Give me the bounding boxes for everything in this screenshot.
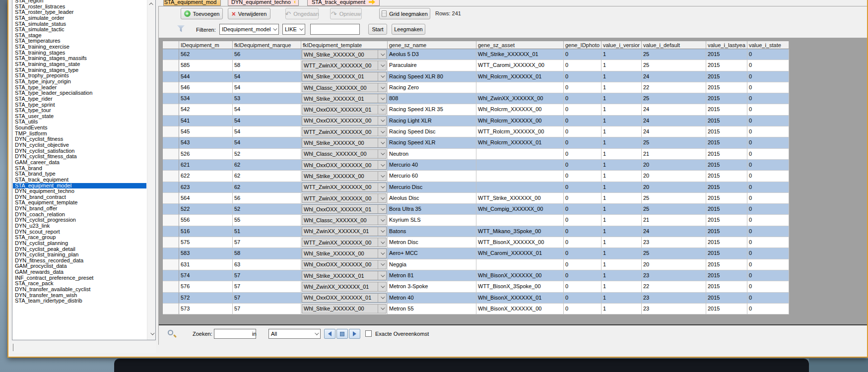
template-combobox[interactable]: Whl_OxxOXX_XXXXXX_00 <box>302 260 387 269</box>
grid-cell[interactable]: 2015 <box>706 116 747 126</box>
row-header[interactable] <box>163 71 179 82</box>
grid-cell[interactable]: 0 <box>564 137 601 148</box>
grid-cell[interactable]: 808 <box>388 93 476 104</box>
sidebar-item[interactable]: GAM_career_data <box>13 160 146 166</box>
grid-row[interactable]: 54454Whl_Strike_XXXXXX_01Racing Speed XL… <box>162 71 789 82</box>
grid-cell[interactable]: 0 <box>747 281 789 292</box>
grid-cell[interactable]: 1 <box>601 182 642 193</box>
chevron-down-icon[interactable] <box>378 194 386 202</box>
grid-cell[interactable]: 1 <box>601 193 642 204</box>
grid-cell[interactable]: 57 <box>233 293 301 304</box>
sidebar-item[interactable]: STA_simulate_order <box>13 15 146 21</box>
template-combo-cell[interactable]: Whl_OxxOXX_XXXXXX_01 <box>301 104 388 115</box>
grid-row[interactable]: 54254Whl_OxxOXX_XXXXXX_01Racing Speed XL… <box>162 104 789 115</box>
row-header[interactable] <box>163 215 179 226</box>
grid-cell[interactable]: 0 <box>747 215 789 226</box>
sidebar-item[interactable]: STA_team_ridertype_distrib <box>13 298 146 304</box>
grid-cell[interactable]: 1 <box>601 293 642 304</box>
grid-cell[interactable]: 22 <box>642 281 706 292</box>
row-header[interactable] <box>163 204 179 215</box>
row-header[interactable] <box>163 137 179 148</box>
grid-cell[interactable]: 57 <box>233 281 301 292</box>
row-header[interactable] <box>163 49 179 60</box>
grid-cell[interactable]: 0 <box>747 182 789 193</box>
grid-column-header[interactable]: value_i_versior <box>601 41 642 49</box>
grid-cell[interactable]: 25 <box>642 60 706 71</box>
grid-cell[interactable]: 0 <box>564 226 601 237</box>
grid-cell[interactable]: 2015 <box>706 304 747 314</box>
grid-cell[interactable]: 1 <box>601 149 642 160</box>
grid-cell[interactable]: 2015 <box>706 60 747 71</box>
grid-cell[interactable]: 0 <box>564 193 601 204</box>
chevron-down-icon[interactable] <box>378 238 386 247</box>
grid-cell[interactable]: Paraculaire <box>388 60 476 71</box>
template-combo-cell[interactable]: Whl_Strike_XXXXXX_00 <box>301 171 388 182</box>
grid-cell[interactable]: 1 <box>601 116 642 126</box>
grid-cell[interactable]: 0 <box>747 270 789 281</box>
grid-cell[interactable]: 25 <box>642 193 706 204</box>
template-combo-cell[interactable]: Whl_Strike_XXXXXX_01 <box>301 93 388 104</box>
grid-cell[interactable]: Whl_BisonX_XXXXXX_00 <box>476 304 564 314</box>
grid-column-header[interactable] <box>163 41 179 49</box>
grid-cell[interactable]: 1 <box>601 204 642 215</box>
template-combo-cell[interactable]: Whl_Classc_XXXXXX_00 <box>301 149 388 160</box>
grid-cell[interactable]: 2015 <box>706 49 747 60</box>
template-combobox[interactable]: Whl_Strike_XXXXXX_00 <box>302 248 387 258</box>
grid-cell[interactable]: 55 <box>233 215 301 226</box>
grid-cell[interactable]: 0 <box>564 93 601 104</box>
sidebar-item[interactable]: DYN_brand_offer <box>13 206 146 212</box>
grid-cell[interactable]: Aeolus 5 D3 <box>388 49 476 60</box>
sidebar-item[interactable]: DYN_u23_link <box>13 223 146 229</box>
chevron-down-icon[interactable] <box>378 216 386 224</box>
grid-cell[interactable]: Racing Zero <box>388 82 476 93</box>
grid-cell[interactable]: Racing Speed Disc <box>388 126 476 137</box>
grid-cell[interactable]: 631 <box>179 259 233 270</box>
grid-cell[interactable]: 0 <box>564 116 601 126</box>
grid-cell[interactable]: Racing Speed XLR 35 <box>388 104 476 115</box>
filter-field-select[interactable]: IDequipment_model <box>219 24 279 35</box>
grid-cell[interactable]: Metron 3-Spoke <box>388 281 476 292</box>
grid-cell[interactable]: Mercurio 40 <box>388 160 476 171</box>
grid-cell[interactable]: 2015 <box>706 204 747 215</box>
template-combobox[interactable]: Whl_ZwinXX_XXXXXX_01 <box>302 227 387 236</box>
grid-cell[interactable]: 0 <box>747 304 789 314</box>
grid-cell[interactable]: 1 <box>601 160 642 171</box>
grid-cell[interactable]: Whl_Strike_XXXXXX_01 <box>476 49 564 60</box>
grid-column-header[interactable]: gene_IDphoto <box>564 41 601 49</box>
grid-cell[interactable]: 622 <box>179 171 233 182</box>
grid-cell[interactable]: Metron 40 <box>388 293 476 304</box>
search-next-button[interactable] <box>349 329 360 339</box>
grid-cell[interactable]: 0 <box>747 126 789 137</box>
template-combobox[interactable]: Whl_Strike_XXXXXX_00 <box>302 138 387 147</box>
chevron-down-icon[interactable] <box>378 127 386 136</box>
grid-cell[interactable]: 57 <box>233 304 301 314</box>
grid-cell[interactable]: 1 <box>601 71 642 82</box>
chevron-down-icon[interactable] <box>378 105 386 114</box>
grid-cell[interactable]: 0 <box>564 104 601 115</box>
grid-cell[interactable]: 54 <box>233 116 301 126</box>
template-combo-cell[interactable]: Whl_Strike_XXXXXX_00 <box>301 49 388 60</box>
grid-cell[interactable]: 2015 <box>706 171 747 182</box>
grid-cell[interactable]: 2015 <box>706 71 747 82</box>
grid-cell[interactable]: 0 <box>564 82 601 93</box>
row-header[interactable] <box>163 126 179 137</box>
grid-cell[interactable]: 546 <box>179 82 233 93</box>
grid-cell[interactable]: 2015 <box>706 226 747 237</box>
grid-cell[interactable]: 0 <box>747 293 789 304</box>
grid-row[interactable]: 53453Whl_Strike_XXXXXX_01808Whl_ZwinXX_X… <box>162 93 789 104</box>
chevron-down-icon[interactable] <box>378 227 386 236</box>
grid-cell[interactable]: 53 <box>233 93 301 104</box>
grid-cell[interactable]: 542 <box>179 104 233 115</box>
grid-cell[interactable]: 1 <box>601 126 642 137</box>
grid-cell[interactable]: 1 <box>601 104 642 115</box>
grid-cell[interactable]: 1 <box>601 215 642 226</box>
grid-cell[interactable]: 2015 <box>706 149 747 160</box>
row-header[interactable] <box>163 304 179 314</box>
grid-cell[interactable]: 1 <box>601 137 642 148</box>
grid-cell[interactable]: 0 <box>747 171 789 182</box>
grid-cell[interactable]: 25 <box>642 137 706 148</box>
template-combobox[interactable]: Whl_Strike_XXXXXX_00 <box>302 50 387 59</box>
grid-cell[interactable]: Whl_Compig_XXXXXX_00 <box>476 204 564 215</box>
grid-cell[interactable]: 2015 <box>706 293 747 304</box>
template-combo-cell[interactable]: Whl_Classc_XXXXXX_00 <box>301 215 388 226</box>
